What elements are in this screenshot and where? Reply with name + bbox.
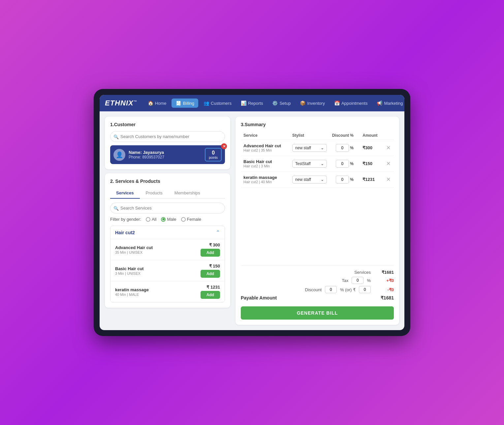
summary-card: 3.Summary Service Stylist Discount % Amo… [236, 117, 399, 325]
service-left: keratin massage 40 Min | MALE [115, 287, 149, 297]
amount-cell-0: ₹300 [360, 140, 383, 156]
payable-row: Payable Amount ₹1681 [241, 295, 394, 300]
generate-bill-button[interactable]: GENERATE BILL [241, 306, 394, 320]
summary-title: 3.Summary [241, 122, 394, 127]
service-name: keratin massage [115, 287, 149, 292]
discount-cell-1: % [330, 156, 360, 172]
nav-appointments[interactable]: 📅 Appointments [330, 99, 372, 108]
discount-input-2[interactable] [336, 176, 349, 184]
left-panel: 1.Customer 🔍 👤 Name: Jayasurya [105, 117, 230, 325]
summary-row-2: keratin massage Hair cut2 | 40 Min new s… [241, 172, 394, 187]
service-right: ₹ 300 Add [201, 242, 220, 257]
tab-products[interactable]: Products [140, 188, 169, 199]
navbar: ETHNIX™ 🏠 Home 🧾 Billing 👥 Customers 📊 R… [100, 95, 404, 111]
add-service-keratin-massage-button[interactable]: Add [201, 291, 220, 299]
discount-cell-0: % [330, 140, 360, 156]
add-service-advanced-haircut-button[interactable]: Add [201, 249, 220, 257]
filter-female[interactable]: Female [181, 217, 201, 222]
service-left: Advanced Hair cut 35 Min | UNISEX [115, 245, 153, 254]
discount-input-1[interactable] [336, 160, 349, 168]
summary-footer: Services ₹1681 Tax % +₹0 Discount [241, 266, 394, 320]
nav-inventory[interactable]: 📦 Inventory [296, 99, 329, 108]
nav-home[interactable]: 🏠 Home [144, 99, 171, 108]
customer-section-title: 1.Customer [110, 122, 225, 127]
service-meta: 35 Min | UNISEX [115, 250, 153, 254]
remove-cell-1: ✕ [383, 156, 394, 172]
dropdown-icon-1: ⌄ [321, 161, 324, 166]
stylist-dropdown-1[interactable]: TestStaff ⌄ [292, 160, 327, 168]
remove-cell-0: ✕ [383, 140, 394, 156]
discount-row: Discount % (or) ₹ -₹0 [241, 286, 394, 293]
service-price: ₹ 300 [209, 242, 220, 247]
summary-service-cell-0: Advanced Hair cut Hair cut2 | 35 Min [241, 140, 290, 156]
stylist-dropdown-2[interactable]: new staff ⌄ [292, 176, 327, 184]
services-tabs: Services Products Memberships [110, 188, 225, 199]
service-group-haircut2: Hair cut2 ⌃ Advanced Hair cut 35 Min | U… [110, 226, 225, 302]
marketing-icon: 📢 [377, 100, 382, 106]
stylist-cell-1: TestStaff ⌄ [290, 156, 330, 172]
add-service-basic-haircut-button[interactable]: Add [201, 270, 220, 278]
search-icon: 🔍 [113, 134, 119, 139]
right-panel: 3.Summary Service Stylist Discount % Amo… [236, 117, 399, 325]
tab-services[interactable]: Services [110, 188, 140, 199]
services-total-row: Services ₹1681 [241, 270, 394, 275]
customer-info-row: 👤 Name: Jayasurya Phone: 8939537027 [110, 145, 225, 164]
service-name: Advanced Hair cut [115, 245, 153, 250]
appointments-icon: 📅 [334, 100, 340, 106]
tax-row: Tax % +₹0 [241, 277, 394, 284]
services-search-input[interactable] [110, 203, 225, 213]
filter-all[interactable]: All [146, 217, 156, 222]
search-services-icon: 🔍 [113, 206, 119, 211]
service-item-basic-haircut: Basic Hair cut 3 Min | UNISEX ₹ 150 Add [110, 260, 225, 281]
summary-service-cell-2: keratin massage Hair cut2 | 40 Min [241, 172, 290, 187]
nav-billing[interactable]: 🧾 Billing [172, 99, 198, 108]
customer-search-wrap: 🔍 [110, 131, 225, 142]
dropdown-icon-0: ⌄ [321, 146, 324, 150]
service-price: ₹ 150 [209, 264, 220, 269]
radio-all [146, 217, 150, 222]
customer-search-input[interactable] [110, 131, 225, 142]
main-content: 1.Customer 🔍 👤 Name: Jayasurya [100, 111, 404, 330]
services-search-wrap: 🔍 [110, 203, 225, 213]
service-item-keratin-massage: keratin massage 40 Min | MALE ₹ 1231 Add [110, 281, 225, 302]
service-item-advanced-haircut: Advanced Hair cut 35 Min | UNISEX ₹ 300 … [110, 239, 225, 260]
discount-input-0[interactable] [336, 144, 349, 152]
services-section-title: 2. Services & Products [110, 179, 225, 184]
service-left: Basic Hair cut 3 Min | UNISEX [115, 266, 144, 275]
nav-customers[interactable]: 👥 Customers [200, 99, 236, 108]
service-group-header[interactable]: Hair cut2 ⌃ [110, 226, 225, 239]
radio-male [161, 217, 166, 222]
customer-phone: Phone: 8939537027 [129, 155, 205, 159]
services-section: 2. Services & Products Services Products… [105, 173, 230, 308]
summary-service-cell-1: Basic Hair cut Hair cut2 | 3 Min [241, 156, 290, 172]
service-meta: 3 Min | UNISEX [115, 271, 144, 275]
radio-female [181, 217, 186, 222]
filter-male[interactable]: Male [161, 217, 176, 222]
discount-flat-input[interactable] [359, 286, 371, 293]
discount-percent-input[interactable] [325, 286, 337, 293]
amount-cell-2: ₹1231 [360, 172, 383, 187]
nav-reports[interactable]: 📊 Reports [237, 99, 267, 108]
customer-name: Name: Jayasurya [129, 150, 205, 155]
home-icon: 🏠 [148, 100, 153, 106]
tax-input[interactable] [352, 277, 363, 284]
remove-item-0-button[interactable]: ✕ [386, 145, 391, 151]
chevron-up-icon: ⌃ [216, 229, 220, 236]
remove-cell-2: ✕ [383, 172, 394, 187]
nav-marketing[interactable]: 📢 Marketing [373, 99, 404, 108]
remove-item-2-button[interactable]: ✕ [386, 177, 391, 182]
col-action [383, 131, 394, 140]
gender-filter-row: Filter by gender: All Male Female [110, 217, 225, 222]
tab-memberships[interactable]: Memberships [169, 188, 206, 199]
stylist-dropdown-0[interactable]: new staff ⌄ [292, 144, 327, 152]
customer-details: Name: Jayasurya Phone: 8939537027 [129, 150, 205, 159]
col-discount: Discount % [330, 131, 360, 140]
remove-item-1-button[interactable]: ✕ [386, 161, 391, 166]
customer-avatar: 👤 [113, 149, 125, 161]
remove-customer-button[interactable]: ✕ [221, 143, 227, 149]
billing-icon: 🧾 [175, 100, 181, 106]
summary-row-0: Advanced Hair cut Hair cut2 | 35 Min new… [241, 140, 394, 156]
nav-setup[interactable]: ⚙️ Setup [268, 99, 295, 108]
setup-icon: ⚙️ [272, 100, 278, 106]
service-meta: 40 Min | MALE [115, 293, 149, 297]
